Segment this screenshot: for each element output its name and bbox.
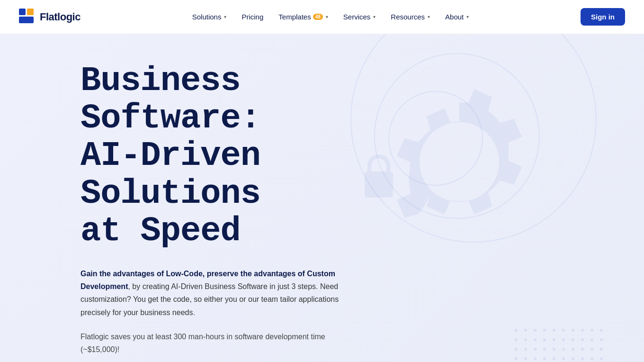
sign-in-button[interactable]: Sign in bbox=[581, 8, 625, 26]
nav-item-services[interactable]: Services ▾ bbox=[337, 9, 383, 25]
hero-description-text: Gain the advantages of Low-Code, preserv… bbox=[80, 267, 360, 319]
chevron-down-icon: ▾ bbox=[373, 14, 376, 19]
chevron-down-icon: ▾ bbox=[428, 14, 430, 19]
hero-section: Business Software: AI-Driven Solutions a… bbox=[0, 34, 644, 362]
navbar: Flatlogic Solutions ▾ Pricing Templates … bbox=[0, 0, 644, 34]
chevron-down-icon: ▾ bbox=[466, 14, 469, 19]
hero-savings-text: Flatlogic saves you at least 300 man-hou… bbox=[80, 330, 360, 356]
chevron-down-icon: ▾ bbox=[326, 14, 328, 19]
svg-point-40 bbox=[600, 357, 603, 360]
nav-item-solutions[interactable]: Solutions ▾ bbox=[186, 9, 233, 25]
logo-icon bbox=[19, 9, 36, 26]
nav-item-templates[interactable]: Templates 48 ▾ bbox=[272, 9, 335, 25]
nav-item-resources[interactable]: Resources ▾ bbox=[384, 9, 437, 25]
hero-title: Business Software: AI-Driven Solutions a… bbox=[80, 63, 412, 250]
logo-text: Flatlogic bbox=[40, 11, 80, 23]
logo[interactable]: Flatlogic bbox=[19, 9, 80, 26]
templates-badge: 48 bbox=[313, 14, 323, 20]
svg-point-30 bbox=[600, 348, 603, 351]
hero-description: Gain the advantages of Low-Code, preserv… bbox=[80, 267, 360, 319]
nav-item-about[interactable]: About ▾ bbox=[438, 9, 475, 25]
nav-item-pricing[interactable]: Pricing bbox=[235, 9, 270, 25]
chevron-down-icon: ▾ bbox=[224, 14, 226, 19]
hero-content: Business Software: AI-Driven Solutions a… bbox=[50, 63, 594, 362]
nav-links: Solutions ▾ Pricing Templates 48 ▾ Servi… bbox=[186, 9, 476, 25]
svg-point-10 bbox=[600, 329, 603, 332]
svg-point-20 bbox=[600, 338, 603, 341]
